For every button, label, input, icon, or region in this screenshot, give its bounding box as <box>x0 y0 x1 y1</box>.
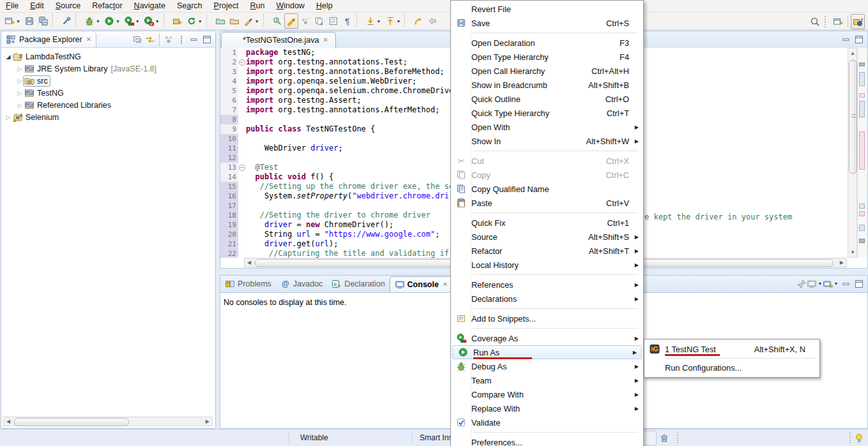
menu-item-run-as[interactable]: Run As▶ <box>452 345 642 359</box>
menu-item-paste[interactable]: PasteCtrl+V <box>451 196 643 210</box>
collapse-all-button[interactable] <box>131 34 144 46</box>
tab-declaration[interactable]: eDeclaration <box>327 276 389 292</box>
link-with-editor-button[interactable] <box>144 34 156 46</box>
menu-item-copy-qualified-name[interactable]: Copy Qualified Name <box>451 182 643 196</box>
menu-item-compare-with[interactable]: Compare With▶ <box>451 387 643 401</box>
overview-marker[interactable] <box>859 211 865 216</box>
package-explorer-tab[interactable]: Package Explorer ✕ <box>1 31 96 47</box>
fold-collapse-icon[interactable]: − <box>239 165 245 171</box>
toolbar-open-resource-button[interactable] <box>227 13 241 29</box>
tab-javadoc[interactable]: @Javadoc <box>276 276 328 292</box>
toolbar-focus-grey-button[interactable] <box>298 13 312 29</box>
menu-item-copy[interactable]: CopyCtrl+C <box>451 168 643 182</box>
menubar-refactor[interactable]: Refactor <box>86 0 128 11</box>
tree-item-selenium[interactable]: ▷MJSelenium <box>1 111 215 123</box>
toolbar-debug-button[interactable]: ▼ <box>82 13 102 29</box>
scroll-down-icon[interactable]: ▼ <box>850 249 855 255</box>
menu-item-coverage-as[interactable]: Coverage As▶ <box>451 331 643 345</box>
toolbar-search-brush-button[interactable]: ▼ <box>241 13 261 29</box>
focus-button[interactable] <box>162 34 175 46</box>
menu-item-add-to-snippets[interactable]: Add to Snippets... <box>451 311 643 325</box>
dropdown-arrow-icon[interactable]: ▼ <box>198 19 202 24</box>
package-explorer-hscrollbar[interactable]: ◀ ▶ <box>3 417 213 426</box>
toolbar-new-wizard-button[interactable]: ▼ <box>3 13 22 29</box>
overview-marker[interactable] <box>859 225 865 231</box>
toolbar-open-type-button[interactable] <box>213 13 227 29</box>
minimize-button[interactable] <box>840 33 853 45</box>
collapsed-chevron-icon[interactable]: ▷ <box>15 90 24 96</box>
minimize-button[interactable] <box>840 278 853 290</box>
toolbar-refresh-gc-button[interactable]: ▼ <box>185 13 204 29</box>
overview-marker[interactable] <box>859 63 865 66</box>
fold-collapse-icon[interactable]: − <box>239 59 245 66</box>
scroll-right-icon[interactable]: ▶ <box>840 260 844 265</box>
overview-marker[interactable] <box>859 131 865 170</box>
menu-item-open-call-hierarchy[interactable]: Open Call HierarchyCtrl+Alt+H <box>451 64 643 78</box>
toolbar-mark-occurrences-button[interactable] <box>284 13 298 29</box>
open-perspective-button[interactable] <box>831 14 845 29</box>
expanded-chevron-icon[interactable]: ◢ <box>4 54 13 60</box>
menu-item-revert-file[interactable]: Revert File <box>451 2 643 16</box>
overview-marker[interactable] <box>859 101 865 117</box>
menu-item-team[interactable]: Team▶ <box>451 373 643 387</box>
collapsed-chevron-icon[interactable]: ▷ <box>4 114 13 121</box>
minimize-button[interactable] <box>188 34 201 46</box>
menubar-search[interactable]: Search <box>171 0 208 11</box>
menubar-window[interactable]: Window <box>270 0 310 11</box>
toolbar-skip-breakpoints-button[interactable] <box>59 13 73 29</box>
menu-item-show-in[interactable]: Show InAlt+Shift+W▶ <box>451 134 643 148</box>
menu-item-run-configurations[interactable]: Run Configurations... <box>644 360 819 375</box>
toolbar-javadoc-search-button[interactable]: J <box>270 13 284 29</box>
scrollbar-thumb[interactable] <box>849 60 857 174</box>
menu-item-preferences[interactable]: Preferences... <box>451 435 643 446</box>
menu-item-local-history[interactable]: Local History▶ <box>451 258 643 272</box>
menu-item-quick-fix[interactable]: Quick FixCtrl+1 <box>451 216 643 230</box>
toolbar-back-nav-button[interactable] <box>425 13 439 29</box>
open-console-button[interactable]: ▼ <box>821 278 840 290</box>
overview-marker[interactable] <box>859 239 865 243</box>
toolbar-prev-annotation-button[interactable]: ▼ <box>383 13 403 29</box>
scroll-up-icon[interactable]: ▲ <box>850 50 855 56</box>
menubar-edit[interactable]: Edit <box>24 0 50 11</box>
menubar-help[interactable]: Help <box>310 0 339 11</box>
menu-item-validate[interactable]: Validate <box>451 415 643 429</box>
tree-item-testng[interactable]: ▷TestNG <box>1 87 215 99</box>
close-icon[interactable]: ✕ <box>86 36 91 43</box>
dropdown-arrow-icon[interactable]: ▼ <box>255 19 259 24</box>
toolbar-run-button[interactable]: ▼ <box>102 13 122 29</box>
tree-item-src[interactable]: ▷src <box>1 75 215 87</box>
dropdown-arrow-icon[interactable]: ▼ <box>16 19 20 24</box>
scroll-left-icon[interactable]: ◀ <box>247 260 251 265</box>
menu-item-source[interactable]: SourceAlt+Shift+S▶ <box>451 230 643 244</box>
collapsed-chevron-icon[interactable]: ▷ <box>15 102 24 108</box>
maximize-button[interactable] <box>853 278 865 290</box>
menu-item-replace-with[interactable]: Replace With▶ <box>451 401 643 415</box>
menu-item-open-with[interactable]: Open With▶ <box>451 120 643 134</box>
toolbar-organize-imports-button[interactable] <box>312 13 326 29</box>
maximize-button[interactable] <box>201 34 213 46</box>
overview-marker[interactable] <box>859 204 865 209</box>
display-console-button[interactable]: ▼ <box>808 278 821 290</box>
overview-marker[interactable] <box>859 72 865 86</box>
lightbulb-icon[interactable] <box>853 432 865 443</box>
menu-item-open-type-hierarchy[interactable]: Open Type HierarchyF4 <box>451 50 643 64</box>
tree-item-lambdatestng[interactable]: ◢JLambdaTestNG <box>1 50 215 63</box>
java-perspective-button[interactable]: J <box>851 14 865 29</box>
dropdown-arrow-icon[interactable]: ▼ <box>135 19 140 24</box>
dropdown-arrow-icon[interactable]: ▼ <box>155 19 160 24</box>
toolbar-search-button[interactable] <box>808 14 822 29</box>
menu-item-quick-outline[interactable]: Quick OutlineCtrl+O <box>451 92 643 106</box>
dropdown-arrow-icon[interactable]: ▼ <box>116 19 120 24</box>
dropdown-arrow-icon[interactable]: ▼ <box>397 19 401 24</box>
scrollbar-thumb[interactable] <box>14 418 129 426</box>
menubar-navigate[interactable]: Navigate <box>128 0 171 11</box>
tree-item-referenced-libraries[interactable]: ▷Referenced Libraries <box>1 99 215 111</box>
menu-item-refactor[interactable]: RefactorAlt+Shift+T▶ <box>451 244 643 258</box>
view-menu-button[interactable] <box>175 34 188 46</box>
tab-console[interactable]: Console✕ <box>390 276 453 292</box>
toolbar-coverage-button[interactable]: ▼ <box>122 13 142 29</box>
menu-item-quick-type-hierarchy[interactable]: Quick Type HierarchyCtrl+T <box>451 106 643 120</box>
overview-marker[interactable] <box>859 93 865 98</box>
scroll-right-icon[interactable]: ▶ <box>206 419 209 424</box>
toolbar-save-all-button[interactable] <box>36 13 50 29</box>
